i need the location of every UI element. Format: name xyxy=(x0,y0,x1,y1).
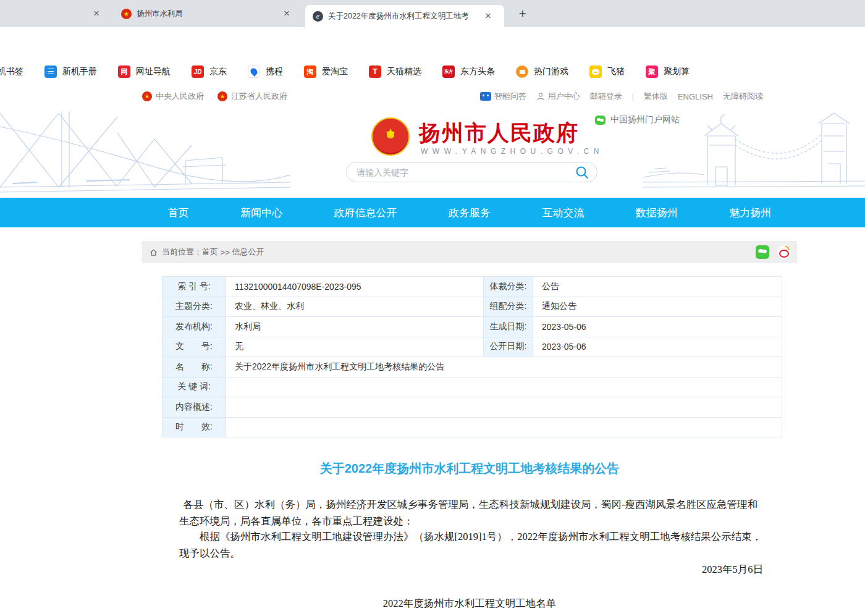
search-input[interactable] xyxy=(357,167,575,177)
tools-divider: | xyxy=(632,92,634,101)
article-date: 2023年5月6日 xyxy=(179,561,763,578)
meta-value-index-number: 11321000014407098E-2023-095 xyxy=(226,277,484,297)
gov-emblem-icon: ★ xyxy=(217,91,227,101)
meta-label: 时 效: xyxy=(162,418,226,438)
manual-icon xyxy=(44,65,57,78)
bookmark-mobile-bookmarks[interactable]: 机书签 xyxy=(0,66,34,77)
wechat-share-icon[interactable] xyxy=(756,245,769,259)
table-row: 发布机构: 水利局 生成日期: 2023-05-06 xyxy=(162,317,782,337)
english-link[interactable]: ENGLISH xyxy=(678,92,713,101)
meta-label: 组配分类: xyxy=(484,297,533,318)
mail-login-link[interactable]: 邮箱登录 xyxy=(590,91,622,102)
ctrip-dolphin-icon xyxy=(248,65,260,78)
meta-label: 索 引 号: xyxy=(162,277,226,297)
meta-label: 内容概述: xyxy=(162,397,226,418)
table-row: 时 效: xyxy=(162,418,782,438)
bookmark-juhuasuan[interactable]: 聚 聚划算 xyxy=(635,65,700,78)
article-paragraph: 根据《扬州市水利工程文明工地建设管理办法》（扬水规[2019]1号），2022年… xyxy=(179,528,763,562)
tab-close-icon[interactable]: × xyxy=(280,7,293,20)
meta-label: 公开日期: xyxy=(484,337,533,358)
table-row: 主题分类: 农业、林业、水利 组配分类: 通知公告 xyxy=(162,297,782,318)
tab-announcement-active[interactable]: e 关于2022年度扬州市水利工程文明工地考 × xyxy=(305,5,504,27)
weibo-share-icon[interactable] xyxy=(777,245,791,259)
link-jiangsu-government[interactable]: ★ 江苏省人民政府 xyxy=(217,91,287,102)
site-url-text: WWW.YANGZHOU.GOV.CN xyxy=(421,147,604,156)
portal-link[interactable]: 中国扬州门户网站 xyxy=(595,114,680,125)
browser-tab-strip: × ★ 扬州市水利局 × e 关于2022年度扬州市水利工程文明工地考 × + xyxy=(0,0,865,27)
wechat-icon xyxy=(595,116,606,125)
bookmark-hot-games[interactable]: 热门游戏 xyxy=(505,65,579,78)
nav-info-disclosure[interactable]: 政府信息公开 xyxy=(334,206,397,220)
meta-value-summary xyxy=(226,397,782,418)
breadcrumb-separator: >> xyxy=(218,248,232,257)
nav-gov-services[interactable]: 政务服务 xyxy=(449,206,491,220)
national-emblem-logo: ★ xyxy=(371,117,410,156)
table-row: 索 引 号: 11321000014407098E-2023-095 体裁分类:… xyxy=(162,277,782,297)
nav-charming-yangzhou[interactable]: 魅力扬州 xyxy=(729,206,771,220)
table-row: 内容概述: xyxy=(162,397,782,418)
nav-data-yangzhou[interactable]: 数据扬州 xyxy=(636,206,678,220)
bookmark-url-navigation[interactable]: 网 网址导航 xyxy=(108,65,181,78)
bookmark-eastday[interactable]: 东方 东方头条 xyxy=(432,65,505,78)
bookmark-fliggy[interactable]: 飞猪 xyxy=(579,65,635,78)
meta-value-doc-number: 无 xyxy=(226,337,484,358)
nav-news-center[interactable]: 新闻中心 xyxy=(240,206,282,220)
tab-yangzhou-water-bureau[interactable]: ★ 扬州市水利局 × xyxy=(111,0,304,27)
link-central-government[interactable]: ★ 中央人民政府 xyxy=(142,91,204,102)
tab-close-icon[interactable]: × xyxy=(481,9,495,23)
bookmark-jd[interactable]: JD 京东 xyxy=(181,65,237,78)
meta-label: 主题分类: xyxy=(162,297,226,318)
table-row: 名 称: 关于2022年度扬州市水利工程文明工地考核结果的公告 xyxy=(162,357,782,378)
user-icon xyxy=(536,92,545,101)
eastday-icon: 东方 xyxy=(442,65,455,78)
tab-title: 关于2022年度扬州市水利工程文明工地考 xyxy=(328,11,481,22)
taobao-icon: 淘 xyxy=(304,65,316,78)
breadcrumb-prefix: 当前位置： xyxy=(162,247,202,258)
search-icon[interactable] xyxy=(575,165,589,180)
meta-value-create-date: 2023-05-06 xyxy=(533,317,782,337)
bookmark-ctrip[interactable]: 携程 xyxy=(237,65,293,78)
tab-title: 扬州市水利局 xyxy=(137,9,280,19)
main-nav: 首页 新闻中心 政府信息公开 政务服务 互动交流 数据扬州 魅力扬州 xyxy=(0,198,865,227)
meta-label: 体裁分类: xyxy=(484,277,533,297)
banner-art-bridge-left xyxy=(0,108,290,198)
meta-value-genre: 公告 xyxy=(533,277,782,297)
meta-label: 发布机构: xyxy=(162,317,226,337)
nav-home[interactable]: 首页 xyxy=(168,206,189,220)
breadcrumb-home-link[interactable]: 首页 xyxy=(202,247,218,258)
breadcrumb-current-link[interactable]: 信息公开 xyxy=(232,247,264,258)
breadcrumb: 当前位置： 首页 >> 信息公开 xyxy=(142,241,797,263)
bookmark-new-phone-manual[interactable]: 新机手册 xyxy=(34,65,108,78)
meta-label: 生成日期: xyxy=(484,317,533,337)
nav-interaction[interactable]: 互动交流 xyxy=(542,206,584,220)
breadcrumb-home-icon xyxy=(150,248,158,256)
gov-emblem-favicon: ★ xyxy=(121,9,132,19)
jd-icon: JD xyxy=(192,65,204,78)
accessibility-link[interactable]: 无障碍阅读 xyxy=(723,91,763,102)
new-tab-button[interactable]: + xyxy=(515,6,531,22)
bookmark-tmall[interactable]: T 天猫精选 xyxy=(358,65,432,78)
site-title: 扬州市人民政府 xyxy=(419,119,579,148)
bookmarks-bar: 机书签 新机手册 网 网址导航 JD 京东 携程 淘 爱淘宝 T 天猫精选 东方… xyxy=(0,59,865,85)
smart-qa-link[interactable]: 智能问答 xyxy=(480,91,526,102)
article-list-title: 2022年度扬州市水利工程文明工地名单 xyxy=(142,595,797,612)
gov-emblem-icon: ★ xyxy=(142,91,152,101)
meta-value-topic: 农业、林业、水利 xyxy=(226,297,484,318)
article-paragraph: 各县（市、区）水利（务）局，扬州经济开发区城乡事务管理局，生态科技新城规划建设局… xyxy=(179,496,763,530)
meta-value-publisher: 水利局 xyxy=(226,317,484,337)
site-favicon: e xyxy=(313,11,323,22)
meta-label: 关 键 词: xyxy=(162,378,226,398)
user-center-link[interactable]: 用户中心 xyxy=(536,91,580,102)
gov-top-bar: ★ 中央人民政府 ★ 江苏省人民政府 智能问答 用户中心 邮箱登录 | 繁体版 … xyxy=(0,85,865,108)
site-search-box xyxy=(346,162,597,182)
traditional-chinese-link[interactable]: 繁体版 xyxy=(644,91,668,102)
meta-value-keywords xyxy=(226,378,782,398)
tmall-icon: T xyxy=(369,65,381,78)
bookmark-aitaobao[interactable]: 淘 爱淘宝 xyxy=(293,65,358,78)
meta-value-validity xyxy=(226,418,782,438)
meta-value-title: 关于2022年度扬州市水利工程文明工地考核结果的公告 xyxy=(226,357,782,378)
tab-close-icon[interactable]: × xyxy=(90,7,103,20)
meta-label: 文 号: xyxy=(162,337,226,358)
game-icon xyxy=(516,65,528,78)
table-row: 文 号: 无 公开日期: 2023-05-06 xyxy=(162,337,782,358)
